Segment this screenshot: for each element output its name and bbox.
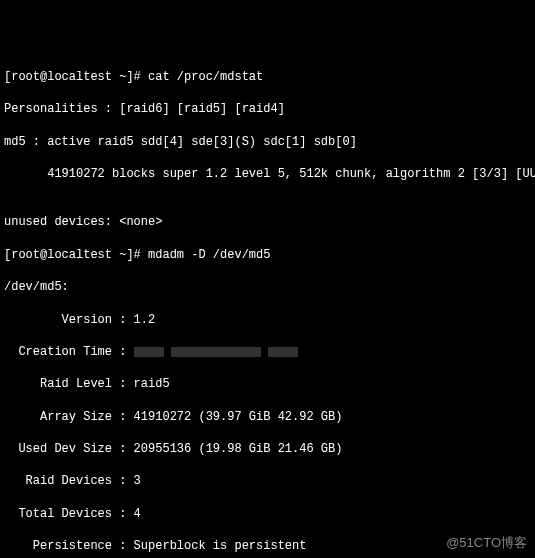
output-line: Total Devices : 4 [4,506,531,522]
output-line: /dev/md5: [4,279,531,295]
redacted-block [268,347,298,357]
output-line: Creation Time : [4,344,531,360]
command-text: cat /proc/mdstat [148,70,263,84]
redacted-block [134,347,164,357]
output-line: Raid Devices : 3 [4,473,531,489]
shell-prompt: [root@localtest ~]# [4,70,148,84]
output-line: Version : 1.2 [4,312,531,328]
terminal-line: [root@localtest ~]# mdadm -D /dev/md5 [4,247,531,263]
output-line: md5 : active raid5 sdd[4] sde[3](S) sdc[… [4,134,531,150]
terminal-line: [root@localtest ~]# cat /proc/mdstat [4,69,531,85]
output-line: Array Size : 41910272 (39.97 GiB 42.92 G… [4,409,531,425]
creation-time-label: Creation Time : [4,345,134,359]
output-line: Used Dev Size : 20955136 (19.98 GiB 21.4… [4,441,531,457]
watermark-text: @51CTO博客 [446,534,527,552]
output-line: Personalities : [raid6] [raid5] [raid4] [4,101,531,117]
output-line: unused devices: <none> [4,214,531,230]
output-line: Raid Level : raid5 [4,376,531,392]
output-line: 41910272 blocks super 1.2 level 5, 512k … [4,166,531,182]
command-text: mdadm -D /dev/md5 [148,248,270,262]
shell-prompt: [root@localtest ~]# [4,248,148,262]
redacted-block [171,347,261,357]
